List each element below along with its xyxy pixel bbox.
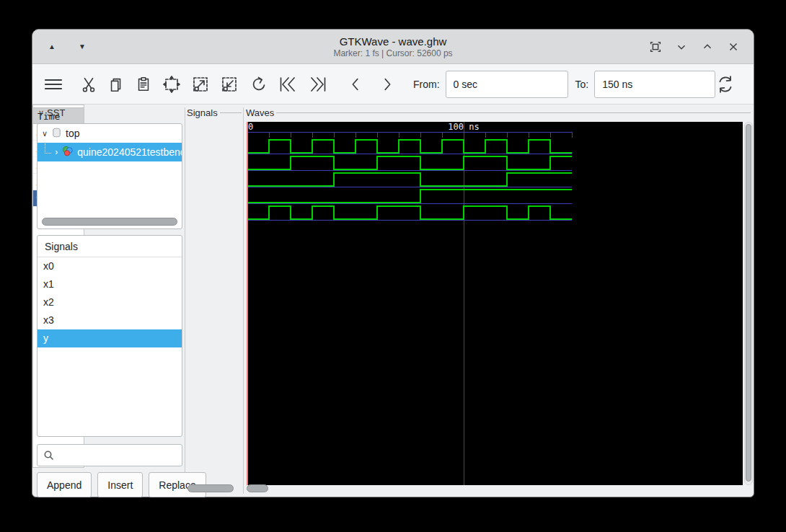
zoom-in-icon[interactable] — [191, 74, 210, 95]
list-item[interactable]: x0 — [37, 257, 182, 275]
restore-icon[interactable] — [647, 38, 664, 56]
insert-button[interactable]: Insert — [97, 472, 143, 497]
values-frame-label: Signals — [187, 107, 218, 118]
sst-tree: ∨ top › quine20240521testbench — [37, 123, 182, 229]
to-input[interactable] — [594, 71, 715, 98]
next-edge-icon[interactable] — [379, 74, 396, 95]
search-input[interactable] — [55, 445, 182, 466]
paste-icon[interactable] — [135, 74, 152, 95]
marker-cursor-status: Marker: 1 fs | Cursor: 52600 ps — [32, 48, 754, 58]
search-icon — [43, 450, 55, 461]
sst-section-header[interactable]: ∨ SST — [38, 107, 65, 118]
waves-vertical-scrollbar[interactable] — [744, 122, 753, 485]
prev-edge-icon[interactable] — [347, 74, 364, 95]
tree-item-top[interactable]: ∨ top — [37, 124, 182, 143]
chevron-down-icon: ∨ — [38, 108, 44, 118]
signal-search-field[interactable] — [37, 444, 182, 466]
cut-icon[interactable] — [80, 74, 97, 95]
splitter-left[interactable] — [185, 107, 185, 494]
expander-down-icon[interactable]: ∨ — [42, 129, 48, 138]
list-item[interactable]: y — [37, 329, 182, 347]
list-item[interactable]: x3 — [37, 311, 182, 329]
reload-icon[interactable] — [715, 74, 736, 95]
database-icon — [51, 127, 62, 141]
tree-item-label: quine20240521testbench — [77, 146, 182, 158]
instance-icon — [61, 145, 74, 159]
list-item[interactable]: x2 — [37, 293, 182, 311]
expander-right-icon[interactable]: › — [55, 147, 58, 157]
shade-up-icon[interactable]: ▲ — [43, 37, 61, 56]
svg-text:100 ns: 100 ns — [448, 122, 479, 132]
list-item[interactable]: x1 — [37, 275, 182, 293]
tree-guide-line — [45, 143, 51, 154]
content-area: ∨ SST ∨ top › quine20240521testbench — [32, 105, 754, 497]
close-icon[interactable] — [725, 38, 742, 56]
signal-list-header: Signals — [37, 236, 182, 257]
skip-to-start-icon[interactable] — [278, 74, 298, 95]
scrollbar-thumb[interactable] — [746, 124, 751, 482]
tree-item-testbench[interactable]: › quine20240521testbench — [37, 143, 182, 161]
waves-horizontal-scrollbar[interactable] — [247, 484, 268, 492]
wave-canvas[interactable]: 0100 ns — [247, 122, 743, 485]
toolbar: From: To: — [32, 64, 754, 105]
from-input[interactable] — [446, 71, 568, 98]
skip-to-end-icon[interactable] — [308, 74, 328, 95]
minimize-icon[interactable] — [673, 38, 690, 56]
tree-horizontal-scrollbar[interactable] — [42, 218, 177, 226]
zoom-fit-icon[interactable] — [162, 74, 181, 95]
signal-search-list: Signals x0x1x2x3y — [37, 235, 182, 437]
frame-border — [220, 112, 242, 113]
zoom-out-icon[interactable] — [220, 74, 239, 95]
sst-label: SST — [47, 107, 65, 118]
menu-icon[interactable] — [44, 74, 63, 95]
gtkwave-window: ▲ ▼ GTKWave - wave.ghw Marker: 1 fs | Cu… — [32, 29, 754, 497]
frame-border — [276, 112, 751, 113]
titlebar[interactable]: ▲ ▼ GTKWave - wave.ghw Marker: 1 fs | Cu… — [32, 30, 754, 64]
undo-icon[interactable] — [249, 74, 268, 95]
waves-frame-label: Waves — [246, 107, 274, 118]
append-button[interactable]: Append — [37, 472, 92, 497]
from-label: From: — [413, 79, 440, 90]
shade-down-icon[interactable]: ▼ — [73, 37, 92, 56]
copy-icon[interactable] — [107, 74, 125, 95]
svg-text:0: 0 — [248, 122, 253, 132]
tree-item-label: top — [66, 128, 79, 139]
values-horizontal-scrollbar[interactable] — [187, 484, 234, 492]
splitter-right[interactable] — [243, 107, 244, 494]
window-title: GTKWave - wave.ghw — [32, 35, 754, 48]
to-label: To: — [575, 79, 589, 90]
maximize-icon[interactable] — [699, 38, 716, 56]
